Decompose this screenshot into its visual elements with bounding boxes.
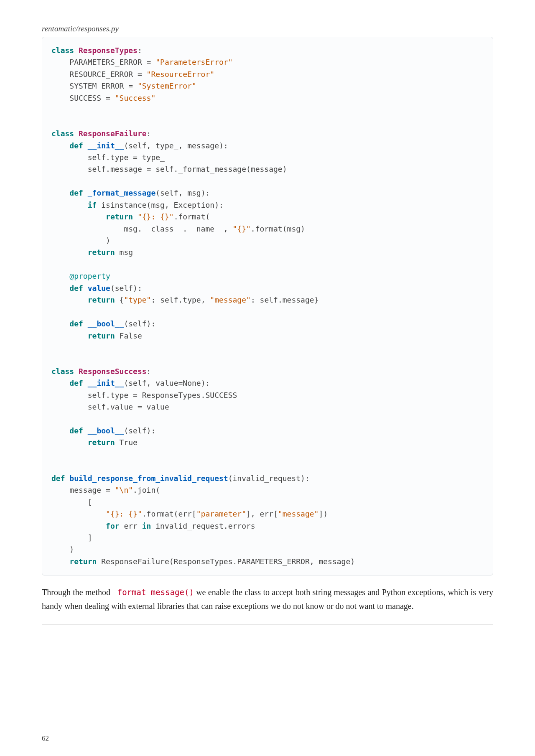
- code-token: (self):: [110, 284, 142, 293]
- code-token: [51, 248, 88, 257]
- code-token: [51, 438, 88, 447]
- code-token: def: [69, 379, 83, 387]
- code-token: [74, 367, 79, 376]
- code-token: ResponseFailure(ResponseTypes.PARAMETERS…: [97, 557, 355, 566]
- code-token: [51, 188, 69, 197]
- code-token: in: [142, 522, 151, 530]
- body-text-run: Through the method: [42, 588, 112, 597]
- code-token: __bool__: [88, 319, 124, 328]
- code-token: "{}: {}": [138, 212, 174, 221]
- code-token: (self, value=None):: [124, 379, 210, 387]
- code-token: "\n": [115, 486, 133, 494]
- code-token: [51, 295, 88, 304]
- code-token: "type": [124, 295, 151, 304]
- code-token: class: [51, 46, 74, 55]
- code-token: True: [115, 438, 138, 447]
- code-token: [51, 331, 88, 340]
- code-token: def: [69, 426, 83, 435]
- code-token: return: [88, 295, 115, 304]
- code-token: def: [69, 319, 83, 328]
- code-token: (invalid_request):: [228, 474, 310, 483]
- code-token: : self.message}: [251, 295, 319, 304]
- code-token: [65, 474, 70, 483]
- code-token: [83, 426, 88, 435]
- code-token: def: [69, 141, 83, 150]
- code-token: [51, 201, 88, 209]
- inline-code: _format_message(): [112, 588, 194, 597]
- code-token: "Success": [115, 94, 156, 102]
- code-token: message =: [51, 486, 115, 494]
- code-token: [51, 509, 106, 518]
- page: rentomatic/responses.py class ResponseTy…: [0, 0, 535, 756]
- code-token: {: [115, 295, 124, 304]
- code-token: ): [51, 236, 110, 245]
- code-token: msg: [115, 248, 133, 257]
- code-token: return: [88, 248, 115, 257]
- code-token: err: [120, 522, 142, 530]
- code-token: isinstance(msg, Exception):: [97, 201, 223, 209]
- code-token: msg.__class__.__name__,: [51, 224, 232, 233]
- code-token: :: [147, 129, 151, 138]
- code-token: self.value = value: [51, 402, 169, 411]
- code-token: ]: [51, 533, 92, 542]
- code-token: [51, 379, 69, 387]
- code-token: "ParametersError": [155, 58, 232, 66]
- code-token: return: [88, 331, 115, 340]
- code-token: self.type = ResponseTypes.SUCCESS: [51, 391, 237, 400]
- code-token: __init__: [88, 141, 124, 150]
- code-token: [51, 284, 69, 293]
- code-token: [: [51, 498, 92, 507]
- code-token: ResponseSuccess: [79, 367, 147, 376]
- code-token: for: [106, 522, 120, 530]
- code-token: "SystemError": [138, 81, 196, 90]
- code-token: return: [106, 212, 133, 221]
- code-token: (self, type_, message):: [124, 141, 228, 150]
- code-token: class: [51, 129, 74, 138]
- code-block: class ResponseTypes: PARAMETERS_ERROR = …: [42, 37, 493, 575]
- code-token: __init__: [88, 379, 124, 387]
- code-token: @property: [69, 272, 110, 280]
- code-token: ], err[: [246, 509, 278, 518]
- footer-rule: [42, 624, 493, 625]
- code-token: .format(err[: [142, 509, 196, 518]
- code-token: ResponseFailure: [79, 129, 147, 138]
- code-token: [51, 212, 106, 221]
- code-token: .format(msg): [251, 224, 305, 233]
- code-token: RESOURCE_ERROR =: [51, 70, 147, 79]
- code-token: ): [51, 545, 74, 554]
- code-token: [74, 129, 79, 138]
- code-token: "message": [210, 295, 251, 304]
- code-token: build_response_from_invalid_request: [69, 474, 228, 483]
- code-token: [83, 141, 88, 150]
- code-token: :: [138, 46, 142, 55]
- code-token: "parameter": [196, 509, 246, 518]
- code-token: ]): [318, 509, 328, 518]
- code-token: "{}: {}": [106, 509, 142, 518]
- code-token: [83, 188, 88, 197]
- page-number: 62: [42, 734, 49, 743]
- code-token: [83, 284, 88, 293]
- code-token: [51, 522, 106, 530]
- code-token: [51, 272, 69, 280]
- code-token: return: [88, 438, 115, 447]
- code-token: def: [69, 284, 83, 293]
- code-token: [83, 319, 88, 328]
- code-token: "{}": [232, 224, 250, 233]
- code-token: self.message = self._format_message(mess…: [51, 165, 287, 173]
- code-token: (self):: [124, 319, 155, 328]
- code-token: __bool__: [88, 426, 124, 435]
- body-paragraph: Through the method _format_message() we …: [42, 585, 493, 613]
- code-token: [133, 212, 138, 221]
- code-token: [51, 557, 69, 566]
- code-token: [51, 319, 69, 328]
- code-token: _format_message: [88, 188, 156, 197]
- code-token: self.type = type_: [51, 153, 165, 162]
- code-token: "ResourceError": [147, 70, 215, 79]
- code-token: SYSTEM_ERROR =: [51, 81, 138, 90]
- code-token: SUCCESS =: [51, 94, 115, 102]
- code-token: :: [147, 367, 151, 376]
- code-token: (self):: [124, 426, 155, 435]
- code-token: (self, msg):: [155, 188, 210, 197]
- code-token: "message": [278, 509, 319, 518]
- code-token: [83, 379, 88, 387]
